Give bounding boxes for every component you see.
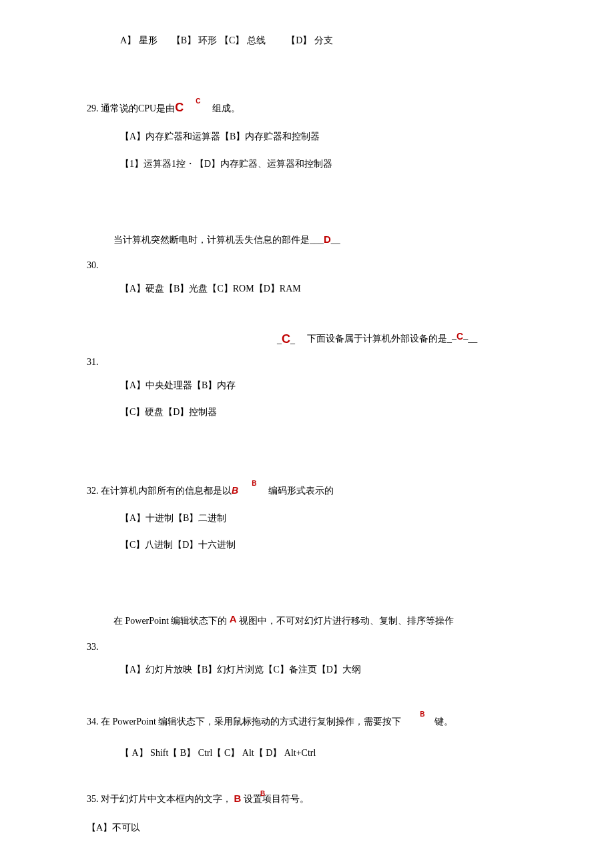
q31-ans2pre: – xyxy=(452,334,456,344)
q34-number: 34. xyxy=(87,715,99,729)
q31-fillpre: _ xyxy=(277,335,282,345)
q30-text-pre: 当计算机突然断电时，计算机丢失信息的部件是___ xyxy=(113,235,324,245)
q33-opts: 【A】幻灯片放映【B】幻灯片浏览【C】备注页【D】大纲 xyxy=(120,663,561,677)
q31-fillpost: _ xyxy=(290,335,295,345)
q29-number: 29. xyxy=(87,101,99,116)
question-31: _C_ 下面设备属于计算机外部设备的是_–C–__ 31. 【A】中央处理器【B… xyxy=(87,330,561,420)
q35-answer-sup: B xyxy=(260,789,265,799)
question-29: 29. 通常说的CPU是由CC 组成。 【A】内存贮器和运算器【B】内存贮器和控… xyxy=(87,98,561,171)
q31-text-pre: 下面设备属于计算机外部设备的是_ xyxy=(307,334,452,344)
q32-answer-sup: B xyxy=(252,480,256,487)
q31-opts-line1: 【A】中央处理器【B】内存 xyxy=(120,378,561,393)
q34-text-pre: 在 PowerPoint 编辑状态下，采用鼠标拖动的方式进行复制操作，需要按下 xyxy=(99,717,402,727)
question-30: 当计算机突然断电时，计算机丢失信息的部件是___D__ 30. 【A】硬盘【B】… xyxy=(87,232,561,296)
q34-text-post: 键。 xyxy=(434,717,453,727)
q33-text-pre: 在 PowerPoint 编辑状态下的 xyxy=(113,616,230,626)
q33-text-post: 视图中，不可对幻灯片进行移动、复制、排序等操作 xyxy=(237,616,454,626)
q33-number: 33. xyxy=(87,640,99,655)
q29-answer-sup: C xyxy=(196,97,200,105)
q32-text-pre: 在计算机内部所有的信息都是以 xyxy=(101,486,232,496)
q29-answer: C xyxy=(175,101,184,114)
q28-opt-c: 【C】 总线 xyxy=(220,35,266,45)
q35-text-post: 设置项目符号。 xyxy=(244,794,309,804)
q29-text-post: 组成。 xyxy=(212,103,240,113)
q30-answer: D xyxy=(324,234,331,245)
q32-answer: B xyxy=(232,485,238,496)
q33-answer: A xyxy=(230,613,237,624)
q34-answer-sup: B xyxy=(420,711,424,718)
question-32: 32. 在计算机内部所有的信息都是以BB 编码形式表示的 【A】十进制【B】二进… xyxy=(87,483,561,552)
q35-opt-a: 【A】不可以 xyxy=(87,823,140,833)
q32-opts-line1: 【A】十进制【B】二进制 xyxy=(120,511,561,526)
q28-opt-b: 【B】 环形 xyxy=(172,35,218,45)
q31-fill-answer: C xyxy=(282,332,290,346)
q30-opts: 【A】硬盘【B】光盘【C】ROM【D】RAM xyxy=(120,282,561,296)
q35-answer: B xyxy=(234,793,242,804)
q31-opts-line2: 【C】硬盘【D】控制器 xyxy=(120,405,561,420)
question-33: 在 PowerPoint 编辑状态下的 A 视图中，不可对幻灯片进行移动、复制、… xyxy=(87,612,561,677)
q35-text-pre: 对于幻灯片中文本框内的文字， xyxy=(99,794,232,804)
q31-ans2post: –__ xyxy=(463,334,477,344)
q30-number: 30. xyxy=(87,258,99,273)
question-34: 34. 在 PowerPoint 编辑状态下，采用鼠标拖动的方式进行复制操作，需… xyxy=(87,715,561,761)
q30-text-post: __ xyxy=(331,235,340,245)
q29-text-pre: 通常说的CPU是由 xyxy=(101,103,175,113)
q31-answer2: C xyxy=(456,331,463,342)
q29-opts-line2: 【1】运算器1控・【D】内存贮器、运算器和控制器 xyxy=(120,157,561,171)
q32-opts-line2: 【C】八进制【D】十六进制 xyxy=(120,538,561,552)
q32-text-post: 编码形式表示的 xyxy=(268,486,334,496)
q28-options: A】 星形 【B】 环形 【C】 总线 【D】 分支 xyxy=(120,33,561,48)
q35-number: 35. xyxy=(87,792,99,807)
question-35: B 35. 对于幻灯片中文本框内的文字， B 设置项目符号。 【A】不可以 xyxy=(87,791,561,835)
q28-opt-d: 【D】 分支 xyxy=(286,35,333,45)
q31-number: 31. xyxy=(87,355,99,370)
q29-opts-line1: 【A】内存贮器和运算器【B】内存贮器和控制器 xyxy=(120,129,561,144)
q32-number: 32. xyxy=(87,484,99,498)
q28-opt-a: A】 星形 xyxy=(120,35,158,45)
q34-opts: 【 A】 Shift【 B】 Ctrl【 C】 Alt【 D】 Alt+Ctrl xyxy=(120,746,561,761)
